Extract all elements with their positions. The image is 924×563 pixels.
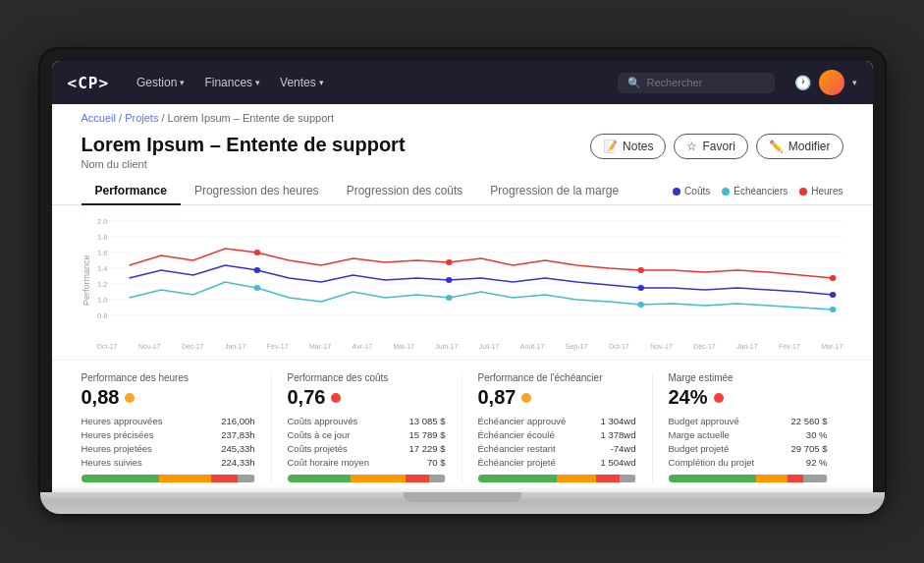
stat-row: Coûts à ce jour 15 789 $	[288, 428, 446, 441]
stats-grid: Performance des heures 0,88 Heures appro…	[52, 360, 873, 492]
svg-point-20	[637, 285, 644, 291]
stat-title-1: Performance des coûts	[288, 372, 446, 383]
tab-performance[interactable]: Performance	[82, 178, 181, 205]
breadcrumb-projects[interactable]: Projets	[125, 112, 158, 124]
svg-text:1.8: 1.8	[97, 233, 108, 242]
x-axis-labels: Oct-17 Nov-17 Déc-17 Jan-17 Fév-17 Mar-1…	[97, 343, 843, 350]
y-axis-label: Performance	[82, 211, 97, 350]
svg-text:1.2: 1.2	[97, 280, 108, 289]
status-dot-1	[331, 393, 341, 403]
notes-button[interactable]: 📝 Notes	[590, 134, 666, 159]
svg-point-23	[446, 295, 453, 301]
legend-heures-dot	[799, 188, 807, 196]
legend-couts-dot	[673, 188, 680, 196]
search-icon: 🔍	[627, 77, 641, 89]
edit-icon: ✏️	[769, 140, 784, 153]
search-bar: 🔍	[618, 73, 775, 93]
svg-point-15	[446, 259, 453, 265]
nav-ventes[interactable]: Ventes ▾	[272, 72, 332, 93]
svg-text:1.6: 1.6	[97, 249, 108, 257]
chart-container: Performance 2.0 1.8 1.6	[52, 205, 873, 360]
svg-point-24	[637, 302, 644, 308]
breadcrumb-current: Lorem Ipsum – Entente de support	[168, 112, 334, 124]
legend-couts: Coûts	[673, 186, 710, 197]
modifier-button[interactable]: ✏️ Modifier	[756, 134, 843, 159]
svg-text:0.8: 0.8	[97, 311, 108, 320]
stat-value-row-3: 24%	[669, 386, 828, 409]
progress-bar-2	[478, 475, 636, 482]
screen-bezel: <CP> Gestion ▾ Finances ▾ Ventes ▾	[40, 49, 885, 492]
chevron-down-icon: ▾	[852, 78, 857, 87]
svg-text:1.0: 1.0	[97, 296, 108, 305]
stat-block-1: Performance des coûts 0,76 Coûts approuv…	[272, 372, 462, 482]
stat-value-0: 0,88	[82, 386, 120, 409]
svg-point-21	[829, 292, 836, 298]
stat-value-row-2: 0,87	[478, 386, 636, 409]
chart-wrap: 2.0 1.8 1.6 1.4 1.2 1.0 0.8	[97, 211, 843, 350]
stat-rows-2: Échéancier approuvé 1 304wd Échéancier é…	[478, 415, 636, 469]
legend-heures: Heures	[799, 186, 842, 197]
tab-couts[interactable]: Progression des coûts	[333, 178, 477, 205]
stat-row: Heures précisées 237,83h	[82, 428, 255, 441]
page-subtitle: Nom du client	[82, 158, 406, 170]
svg-point-25	[829, 307, 836, 312]
avatar[interactable]	[819, 70, 844, 95]
favori-button[interactable]: ☆ Favori	[674, 134, 747, 159]
clock-icon[interactable]: 🕐	[794, 75, 811, 90]
tab-heures[interactable]: Progression des heures	[181, 178, 333, 205]
action-buttons: 📝 Notes ☆ Favori ✏️ Modifier	[590, 134, 842, 159]
breadcrumb-home[interactable]: Accueil	[82, 112, 116, 124]
legend-echeanciers-dot	[722, 188, 730, 196]
nav-items: Gestion ▾ Finances ▾ Ventes ▾	[129, 72, 332, 93]
progress-bar-1	[288, 475, 446, 482]
svg-point-18	[253, 267, 260, 273]
status-dot-2	[521, 393, 531, 403]
stat-block-2: Performance de l'échéancier 0,87 Échéanc…	[462, 372, 653, 482]
stat-row: Coûts projetés 17 229 $	[288, 442, 446, 455]
chevron-down-icon: ▾	[319, 78, 324, 87]
breadcrumb: Accueil / Projets / Lorem Ipsum – Entent…	[82, 112, 843, 124]
svg-text:1.4: 1.4	[97, 264, 108, 273]
logo: <CP>	[68, 74, 110, 92]
stat-title-3: Marge estimée	[669, 372, 828, 383]
stat-row: Heures suivies 224,33h	[82, 456, 255, 469]
stat-row: Échéancier écoulé 1 378wd	[478, 428, 636, 441]
stat-value-1: 0,76	[288, 386, 326, 409]
page-header: Lorem Ipsum – Entente de support Nom du …	[52, 128, 873, 170]
svg-text:2.0: 2.0	[97, 217, 108, 226]
stat-row: Coût horaire moyen 70 $	[288, 456, 446, 469]
chevron-down-icon: ▾	[180, 78, 185, 87]
stat-row: Échéancier projeté 1 504wd	[478, 456, 636, 469]
stat-title-2: Performance de l'échéancier	[478, 372, 636, 383]
stat-rows-0: Heures approuvées 216,00h Heures précisé…	[82, 415, 255, 469]
breadcrumb-area: Accueil / Projets / Lorem Ipsum – Entent…	[52, 104, 873, 128]
stat-row: Marge actuelle 30 %	[669, 428, 828, 441]
svg-point-14	[253, 250, 260, 255]
svg-point-19	[446, 277, 453, 283]
laptop-frame: <CP> Gestion ▾ Finances ▾ Ventes ▾	[40, 49, 885, 514]
tab-marge[interactable]: Progression de la marge	[476, 178, 632, 205]
page-title-area: Lorem Ipsum – Entente de support Nom du …	[82, 134, 406, 170]
nav-gestion[interactable]: Gestion ▾	[129, 72, 192, 93]
stat-block-0: Performance des heures 0,88 Heures appro…	[82, 372, 272, 482]
stat-rows-3: Budget approuvé 22 560 $ Marge actuelle …	[669, 415, 828, 469]
stat-title-0: Performance des heures	[82, 372, 255, 383]
status-dot-0	[125, 393, 135, 403]
chart-legend: Coûts Échéanciers Heures	[673, 186, 842, 197]
stat-row: Budget approuvé 22 560 $	[669, 415, 828, 427]
svg-point-17	[829, 275, 836, 281]
tabs: Performance Progression des heures Progr…	[82, 178, 633, 204]
stat-block-3: Marge estimée 24% Budget approuvé 22 560…	[653, 372, 843, 482]
search-input[interactable]	[647, 77, 765, 88]
star-icon: ☆	[686, 140, 697, 153]
stat-row: Budget projeté 29 705 $	[669, 442, 828, 455]
stat-row: Échéancier restant -74wd	[478, 442, 636, 455]
note-icon: 📝	[603, 140, 618, 153]
chevron-down-icon: ▾	[255, 78, 260, 87]
stat-value-3: 24%	[669, 386, 708, 409]
nav-finances[interactable]: Finances ▾	[196, 72, 268, 93]
stat-row: Coûts approuvés 13 085 $	[288, 415, 446, 427]
laptop-notch	[404, 492, 521, 502]
progress-bar-0	[82, 475, 255, 482]
performance-chart: 2.0 1.8 1.6 1.4 1.2 1.0 0.8	[97, 211, 843, 339]
